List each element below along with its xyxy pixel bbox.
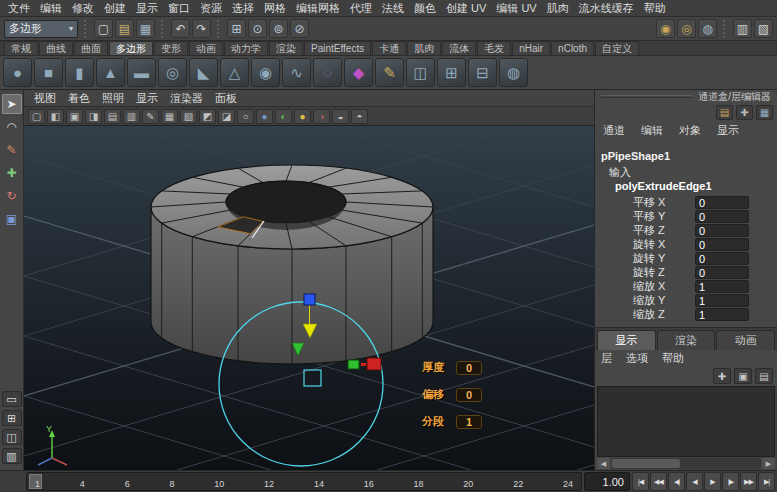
shelf-poly-sphere-icon[interactable]: ● <box>3 58 32 87</box>
shelf-poly-soccer-icon[interactable]: ◌ <box>313 58 342 87</box>
menu-item[interactable]: 创建 UV <box>441 1 491 16</box>
snap-to-point-icon[interactable]: ⊚ <box>269 19 288 38</box>
grease-pencil-icon[interactable]: ✎ <box>142 109 159 124</box>
menu-item[interactable]: 显示 <box>131 1 163 16</box>
paint-select-tool[interactable]: ✎ <box>2 140 22 160</box>
step-forward-frame-button[interactable]: ▶▶ <box>740 472 757 491</box>
shelf-tab[interactable]: 渲染 <box>269 41 303 55</box>
grid-toggle-icon[interactable]: ▦ <box>161 109 178 124</box>
channel-box-menu-item[interactable]: 显示 <box>717 123 739 138</box>
step-back-frame-button[interactable]: ◀◀ <box>650 472 667 491</box>
render-settings-icon[interactable]: ◍ <box>698 19 717 38</box>
channel-box-menu-item[interactable]: 对象 <box>679 123 701 138</box>
attribute-value-field[interactable]: 0 <box>695 196 749 209</box>
new-layer-from-selected-icon[interactable]: ▣ <box>734 368 752 384</box>
textured-mode-icon[interactable]: ◐ <box>275 109 292 124</box>
channel-options-icon[interactable]: ▦ <box>756 105 773 120</box>
hud-value-field[interactable]: 0 <box>456 388 482 402</box>
scroll-right-icon[interactable]: ▶ <box>762 458 775 469</box>
bookmark-icon[interactable]: ◨ <box>85 109 102 124</box>
attribute-editor-toggle-icon[interactable]: ▥ <box>733 19 752 38</box>
shelf-platonic-solid-icon[interactable]: ◆ <box>344 58 373 87</box>
snap-to-curve-icon[interactable]: ⊙ <box>248 19 267 38</box>
gate-mask-icon[interactable]: ◪ <box>218 109 235 124</box>
shelf-mirror-icon[interactable]: ◫ <box>406 58 435 87</box>
shelf-poly-helix-icon[interactable]: ∿ <box>282 58 311 87</box>
selected-edge-handle[interactable] <box>304 370 321 386</box>
scale-tool[interactable]: ▣ <box>2 209 22 229</box>
menu-set-dropdown[interactable]: 多边形 ▾ <box>4 20 78 38</box>
step-forward-key-button[interactable]: |▶ <box>722 472 739 491</box>
channel-box-menu-item[interactable]: 通道 <box>603 123 625 138</box>
pan-zoom-icon[interactable]: ▥ <box>123 109 140 124</box>
snap-to-grid-icon[interactable]: ⊞ <box>227 19 246 38</box>
resolution-gate-icon[interactable]: ◩ <box>199 109 216 124</box>
menu-item[interactable]: 文件 <box>3 1 35 16</box>
shadows-icon[interactable]: ◑ <box>313 109 330 124</box>
attribute-value-field[interactable]: 0 <box>695 224 749 237</box>
ipr-render-icon[interactable]: ◎ <box>677 19 696 38</box>
shelf-sculpt-tool-icon[interactable]: ✎ <box>375 58 404 87</box>
go-to-start-button[interactable]: |◀ <box>632 472 649 491</box>
attribute-value-field[interactable]: 1 <box>695 308 749 321</box>
layer-editor-menu-item[interactable]: 帮助 <box>662 351 684 366</box>
step-back-key-button[interactable]: ◀| <box>668 472 685 491</box>
rotate-tool[interactable]: ↻ <box>2 186 22 206</box>
lasso-tool[interactable]: ◠ <box>2 117 22 137</box>
shelf-tab[interactable]: 曲线 <box>39 41 73 55</box>
menu-item[interactable]: 帮助 <box>639 1 671 16</box>
new-scene-icon[interactable]: ▢ <box>94 19 113 38</box>
menu-item[interactable]: 网格 <box>259 1 291 16</box>
shelf-tab[interactable]: 自定义 <box>595 41 639 55</box>
offset-handle-green[interactable] <box>348 360 359 369</box>
xray-icon[interactable]: ◒ <box>332 109 349 124</box>
layout-single-pane-button[interactable]: ▭ <box>2 391 22 407</box>
shelf-tab[interactable]: nHair <box>512 41 550 55</box>
shelf-tab[interactable]: 动画 <box>189 41 223 55</box>
shape-node-name[interactable]: pPipeShape1 <box>595 150 777 165</box>
shelf-tab[interactable]: 常规 <box>4 41 38 55</box>
menu-item[interactable]: 修改 <box>67 1 99 16</box>
status-line-separator[interactable] <box>84 20 88 38</box>
value-handles[interactable] <box>348 358 381 370</box>
layer-options-icon[interactable]: ▤ <box>755 368 773 384</box>
attribute-value-field[interactable]: 0 <box>695 238 749 251</box>
menu-item[interactable]: 颜色 <box>409 1 441 16</box>
select-tool[interactable]: ➤ <box>2 94 22 114</box>
image-plane-icon[interactable]: ▤ <box>104 109 121 124</box>
layout-outliner-pane-button[interactable]: ▥ <box>2 448 22 464</box>
menu-item[interactable]: 创建 <box>99 1 131 16</box>
menu-item[interactable]: 编辑 <box>35 1 67 16</box>
hud-value-field[interactable]: 0 <box>456 361 482 375</box>
shelf-tab[interactable]: 肌肉 <box>407 41 441 55</box>
shelf-tab[interactable]: 毛发 <box>477 41 511 55</box>
shelf-tab[interactable]: 动力学 <box>224 41 268 55</box>
layer-list[interactable] <box>597 386 775 457</box>
camera-attributes-icon[interactable]: ▣ <box>66 109 83 124</box>
viewport-menu-item[interactable]: 照明 <box>96 91 130 106</box>
go-to-end-button[interactable]: ▶| <box>758 472 775 491</box>
shelf-tab[interactable]: 多边形 <box>109 41 153 55</box>
layer-editor-tab[interactable]: 渲染 <box>657 330 716 350</box>
menu-item[interactable]: 代理 <box>345 1 377 16</box>
viewport-menu-item[interactable]: 面板 <box>209 91 243 106</box>
shelf-smooth-icon[interactable]: ◍ <box>499 58 528 87</box>
viewport-menu-item[interactable]: 着色 <box>62 91 96 106</box>
shelf-poly-plane-icon[interactable]: ▬ <box>127 58 156 87</box>
shaded-mode-icon[interactable]: ● <box>256 109 273 124</box>
attribute-value-field[interactable]: 0 <box>695 210 749 223</box>
shelf-poly-pyramid-icon[interactable]: △ <box>220 58 249 87</box>
redo-icon[interactable]: ↷ <box>192 19 211 38</box>
menu-item[interactable]: 编辑 UV <box>491 1 541 16</box>
shelf-tab[interactable]: PaintEffects <box>304 41 371 55</box>
offset-handle-red[interactable] <box>367 358 381 370</box>
snap-to-plane-icon[interactable]: ⊘ <box>290 19 309 38</box>
menu-item[interactable]: 编辑网格 <box>291 1 345 16</box>
attribute-value-field[interactable]: 1 <box>695 294 749 307</box>
layer-editor-tab[interactable]: 动画 <box>716 330 775 350</box>
lock-camera-icon[interactable]: ◧ <box>47 109 64 124</box>
pipe-mesh[interactable] <box>151 165 433 364</box>
channel-box-menu-item[interactable]: 编辑 <box>641 123 663 138</box>
shelf-tab[interactable]: nCloth <box>551 41 594 55</box>
camera-select-icon[interactable]: ▢ <box>28 109 45 124</box>
